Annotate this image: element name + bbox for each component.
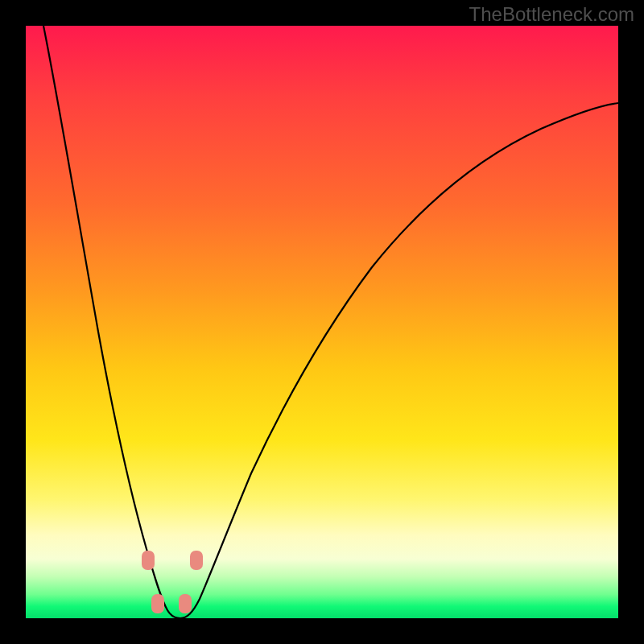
marker-right-lower: [179, 594, 192, 613]
plot-area: [26, 26, 618, 618]
marker-right-upper: [190, 551, 203, 570]
marker-left-lower: [151, 594, 164, 613]
chart-frame: TheBottleneck.com: [0, 0, 644, 644]
curve-layer: [26, 26, 618, 618]
watermark-label: TheBottleneck.com: [469, 3, 634, 26]
bottleneck-curve: [43, 26, 618, 618]
marker-left-upper: [142, 551, 155, 570]
